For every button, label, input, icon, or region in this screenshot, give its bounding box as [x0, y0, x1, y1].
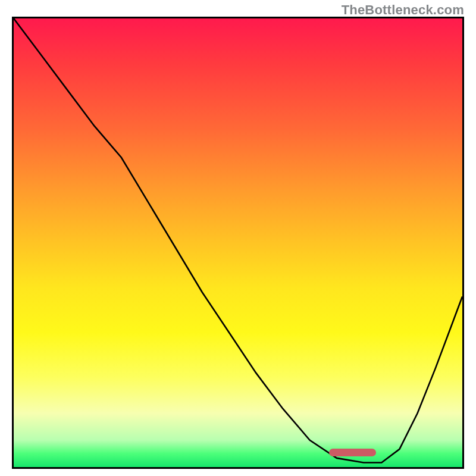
curve-path: [14, 18, 462, 462]
optimal-marker: [329, 449, 376, 456]
watermark-text: TheBottleneck.com: [342, 2, 464, 18]
bottleneck-curve: [14, 18, 462, 467]
chart-frame: [12, 17, 464, 469]
